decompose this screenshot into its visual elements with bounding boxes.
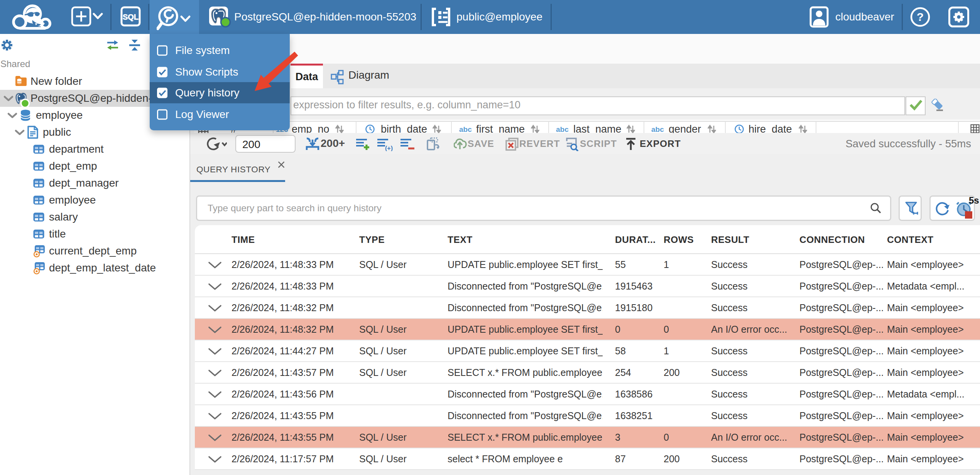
svg-text:(+): (+): [385, 145, 393, 151]
svg-text:?: ?: [917, 10, 924, 23]
svg-text:SQL: SQL: [123, 13, 139, 21]
